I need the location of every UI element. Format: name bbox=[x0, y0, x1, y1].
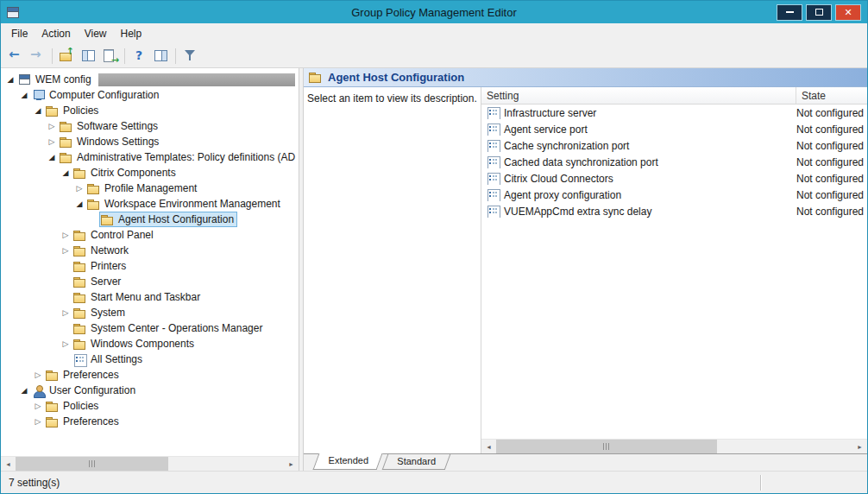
setting-state: Not configured bbox=[796, 189, 867, 201]
expander-expanded-icon[interactable]: ◢ bbox=[32, 103, 44, 118]
setting-row-agent-proxy-configuration[interactable]: Agent proxy configurationNot configured bbox=[481, 187, 867, 203]
up-one-level-button[interactable] bbox=[56, 46, 78, 66]
tree-item-agent-host-configuration[interactable]: Agent Host Configuration bbox=[1, 212, 299, 227]
tree-item-start-menu-and-taskbar[interactable]: Start Menu and Taskbar bbox=[1, 289, 299, 305]
tree-item-administrative-templates-policy-definitions-ad[interactable]: ◢Administrative Templates: Policy defini… bbox=[1, 149, 299, 165]
folder-icon bbox=[73, 245, 87, 256]
folder-icon bbox=[73, 339, 87, 350]
tree-item-printers[interactable]: Printers bbox=[1, 258, 299, 274]
scrollbar-track[interactable] bbox=[496, 440, 852, 453]
scrollbar-thumb[interactable] bbox=[16, 457, 168, 471]
description-pane: Select an item to view its description. bbox=[304, 87, 481, 453]
tree-item-policies[interactable]: ◢Policies bbox=[1, 103, 299, 118]
expander-collapsed-icon[interactable]: ▷ bbox=[46, 118, 58, 134]
tree-item-label: Windows Settings bbox=[77, 136, 159, 148]
menu-item-help[interactable]: Help bbox=[114, 25, 149, 42]
column-header-state[interactable]: State bbox=[796, 87, 867, 104]
title-bar: Group Policy Management Editor ✕ bbox=[1, 1, 867, 23]
expander-collapsed-icon[interactable]: ▷ bbox=[32, 367, 44, 383]
help-button[interactable] bbox=[129, 46, 150, 66]
setting-row-citrix-cloud-connectors[interactable]: Citrix Cloud ConnectorsNot configured bbox=[481, 170, 867, 187]
tree-item-policies[interactable]: ▷Policies bbox=[1, 398, 299, 414]
export-list-button[interactable] bbox=[99, 46, 121, 66]
filter-button[interactable] bbox=[179, 46, 201, 66]
expander-expanded-icon[interactable]: ◢ bbox=[46, 149, 58, 165]
toolbar-separator bbox=[52, 48, 53, 64]
tree-item-label: Windows Components bbox=[91, 338, 194, 350]
expander-collapsed-icon[interactable]: ▷ bbox=[60, 336, 72, 352]
expander-collapsed-icon[interactable]: ▷ bbox=[60, 243, 72, 258]
setting-row-cache-synchronization-port[interactable]: Cache synchronization portNot configured bbox=[481, 137, 867, 154]
minimize-button[interactable] bbox=[777, 4, 802, 21]
tree-item-software-settings[interactable]: ▷Software Settings bbox=[1, 118, 299, 134]
setting-row-agent-service-port[interactable]: Agent service portNot configured bbox=[481, 121, 867, 137]
close-icon: ✕ bbox=[844, 8, 852, 17]
tree-item-preferences[interactable]: ▷Preferences bbox=[1, 414, 299, 429]
setting-name: Citrix Cloud Connectors bbox=[504, 173, 613, 185]
expander-collapsed-icon[interactable]: ▷ bbox=[46, 134, 58, 149]
expander-collapsed-icon[interactable]: ▷ bbox=[32, 398, 44, 414]
show-action-pane-button[interactable] bbox=[150, 46, 172, 66]
expander-expanded-icon[interactable]: ◢ bbox=[60, 165, 72, 180]
expander-expanded-icon[interactable]: ◢ bbox=[18, 383, 30, 398]
expander-expanded-icon[interactable]: ◢ bbox=[18, 87, 30, 103]
expander-collapsed-icon[interactable]: ▷ bbox=[73, 180, 85, 196]
scroll-right-arrow[interactable]: ► bbox=[284, 457, 299, 471]
settings-list: Infrastructure serverNot configuredAgent… bbox=[481, 104, 867, 439]
back-arrow-icon bbox=[9, 49, 23, 62]
scroll-left-arrow[interactable]: ◄ bbox=[1, 457, 16, 471]
expander-expanded-icon[interactable]: ◢ bbox=[4, 72, 16, 87]
expander-collapsed-icon[interactable]: ▷ bbox=[60, 227, 72, 243]
up-one-level-icon bbox=[60, 49, 74, 62]
setting-row-vuemappcmd-extra-sync-delay[interactable]: VUEMAppCmd extra sync delayNot configure… bbox=[481, 203, 867, 219]
tree-item-system-center-operations-manager[interactable]: System Center - Operations Manager bbox=[1, 320, 299, 336]
tree-item-citrix-components[interactable]: ◢Citrix Components bbox=[1, 165, 299, 180]
expander-expanded-icon[interactable]: ◢ bbox=[73, 196, 85, 212]
setting-row-cached-data-synchronization-port[interactable]: Cached data synchronization portNot conf… bbox=[481, 154, 867, 170]
scroll-right-arrow[interactable]: ► bbox=[852, 440, 867, 453]
expander-collapsed-icon[interactable]: ▷ bbox=[60, 305, 72, 320]
results-pane: Agent Host Configuration Select an item … bbox=[303, 68, 867, 471]
list-column-header: Setting State bbox=[481, 87, 867, 104]
folder-icon bbox=[73, 168, 87, 179]
menu-item-view[interactable]: View bbox=[78, 25, 114, 42]
maximize-button[interactable] bbox=[806, 4, 832, 21]
tree-item-preferences[interactable]: ▷Preferences bbox=[1, 367, 299, 383]
menu-bar: FileActionViewHelp bbox=[1, 23, 867, 44]
tree-item-system[interactable]: ▷System bbox=[1, 305, 299, 320]
tree-item-all-settings[interactable]: All Settings bbox=[1, 352, 299, 367]
close-button[interactable]: ✕ bbox=[835, 4, 861, 21]
setting-row-infrastructure-server[interactable]: Infrastructure serverNot configured bbox=[481, 104, 867, 121]
tree-item-computer-configuration[interactable]: ◢Computer Configuration bbox=[1, 87, 299, 103]
tab-label: Extended bbox=[329, 453, 368, 467]
help-icon bbox=[132, 49, 147, 62]
tree-item-network[interactable]: ▷Network bbox=[1, 243, 299, 258]
menu-item-action[interactable]: Action bbox=[35, 25, 77, 42]
redacted-text bbox=[98, 73, 295, 86]
show-console-tree-button[interactable] bbox=[78, 46, 99, 66]
tree-item-label: Administrative Templates: Policy definit… bbox=[77, 151, 295, 163]
tree-item-server[interactable]: Server bbox=[1, 274, 299, 289]
forward-arrow-button[interactable] bbox=[27, 46, 48, 66]
tree-horizontal-scrollbar[interactable]: ◄ ► bbox=[1, 456, 299, 471]
back-arrow-button[interactable] bbox=[5, 46, 27, 66]
column-header-setting[interactable]: Setting bbox=[481, 87, 796, 104]
scrollbar-track[interactable] bbox=[16, 457, 284, 471]
menu-item-file[interactable]: File bbox=[4, 25, 35, 42]
scrollbar-thumb[interactable] bbox=[496, 440, 717, 453]
folder-icon bbox=[46, 370, 60, 381]
tree-item-wem-config[interactable]: ◢WEM config bbox=[1, 72, 299, 87]
status-text: 7 setting(s) bbox=[1, 477, 760, 489]
tree-item-user-configuration[interactable]: ◢User Configuration bbox=[1, 383, 299, 398]
tree-item-profile-management[interactable]: ▷Profile Management bbox=[1, 180, 299, 196]
tab-extended[interactable]: Extended bbox=[313, 453, 383, 470]
tab-standard[interactable]: Standard bbox=[382, 454, 450, 470]
scroll-left-arrow[interactable]: ◄ bbox=[481, 440, 496, 453]
tree-item-control-panel[interactable]: ▷Control Panel bbox=[1, 227, 299, 243]
list-horizontal-scrollbar[interactable]: ◄ ► bbox=[481, 439, 867, 453]
status-right-panel bbox=[762, 472, 867, 493]
tree-item-windows-components[interactable]: ▷Windows Components bbox=[1, 336, 299, 352]
tree-item-windows-settings[interactable]: ▷Windows Settings bbox=[1, 134, 299, 149]
expander-collapsed-icon[interactable]: ▷ bbox=[32, 414, 44, 429]
tree-item-workspace-environment-management[interactable]: ◢Workspace Environment Management bbox=[1, 196, 299, 212]
